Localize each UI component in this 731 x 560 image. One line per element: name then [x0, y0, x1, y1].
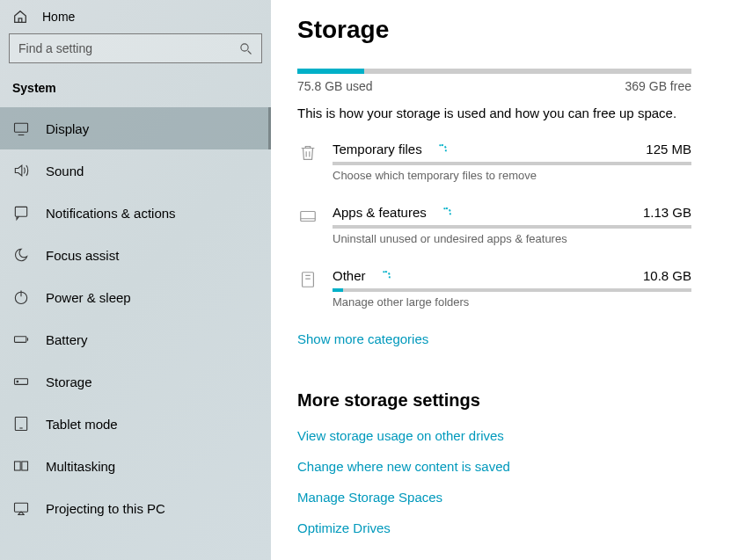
nav-label: Storage — [46, 375, 92, 389]
nav-item-display[interactable]: Display — [0, 107, 271, 149]
multitasking-icon — [12, 457, 30, 475]
category-size: 125 MB — [646, 142, 691, 156]
trash-icon — [297, 142, 318, 182]
page-title: Storage — [297, 16, 691, 44]
usage-description: This is how your storage is used and how… — [297, 105, 691, 120]
usage-bar — [297, 69, 691, 74]
nav-item-power[interactable]: Power & sleep — [0, 276, 271, 318]
nav-label: Notifications & actions — [46, 206, 176, 221]
svg-rect-1 — [15, 123, 28, 132]
nav-item-sound[interactable]: Sound — [0, 149, 271, 192]
notifications-icon — [12, 204, 30, 222]
svg-rect-2 — [15, 207, 26, 216]
other-icon — [297, 268, 318, 309]
svg-rect-10 — [15, 503, 28, 512]
category-size: 1.13 GB — [643, 205, 691, 220]
category-bar — [333, 288, 691, 292]
link-view-usage-other-drives[interactable]: View storage usage on other drives — [297, 428, 691, 443]
sound-icon — [12, 162, 30, 179]
nav-label: Power & sleep — [46, 290, 131, 305]
search-icon — [238, 41, 252, 55]
search-input[interactable] — [18, 41, 238, 55]
link-optimize-drives[interactable]: Optimize Drives — [297, 520, 691, 535]
content: Storage 75.8 GB used 369 GB free This is… — [271, 0, 731, 560]
category-temporary-files[interactable]: Temporary files 125 MB Choose which temp… — [297, 142, 691, 182]
battery-icon — [12, 331, 30, 348]
nav-item-focus-assist[interactable]: Focus assist — [0, 234, 271, 276]
sidebar: Home System Display Sound Notifications … — [0, 0, 271, 560]
show-more-categories-link[interactable]: Show more categories — [297, 331, 428, 346]
nav-item-projecting[interactable]: Projecting to this PC — [0, 487, 271, 529]
free-label: 369 GB free — [625, 79, 692, 93]
category-bar — [333, 162, 691, 165]
svg-rect-4 — [15, 337, 26, 343]
nav-label: Battery — [46, 332, 88, 347]
usage-bar-fill — [297, 69, 364, 74]
category-body: Temporary files 125 MB Choose which temp… — [333, 142, 691, 182]
category-sub: Manage other large folders — [333, 295, 691, 309]
link-change-content-saved[interactable]: Change where new content is saved — [297, 459, 691, 474]
display-icon — [12, 120, 30, 137]
category-header: Temporary files 125 MB — [333, 142, 691, 156]
svg-point-6 — [17, 381, 18, 382]
tablet-icon — [12, 415, 30, 433]
power-icon — [12, 288, 30, 306]
category-body: Apps & features 1.13 GB Uninstall unused… — [333, 205, 691, 245]
projecting-icon — [12, 499, 30, 517]
loading-spinner-icon — [380, 271, 391, 281]
search-box[interactable] — [9, 33, 262, 63]
nav-item-battery[interactable]: Battery — [0, 318, 271, 360]
used-label: 75.8 GB used — [297, 79, 373, 93]
nav-label: Sound — [46, 164, 84, 178]
nav-item-notifications[interactable]: Notifications & actions — [0, 192, 271, 234]
home-button[interactable]: Home — [0, 0, 271, 33]
nav-list: Display Sound Notifications & actions Fo… — [0, 107, 271, 529]
svg-rect-11 — [301, 212, 316, 222]
storage-icon — [12, 373, 30, 390]
search-wrap — [0, 33, 271, 76]
link-manage-storage-spaces[interactable]: Manage Storage Spaces — [297, 490, 691, 505]
category-sub: Uninstall unused or undesired apps & fea… — [333, 232, 691, 245]
nav-label: Focus assist — [46, 248, 119, 263]
nav-item-multitasking[interactable]: Multitasking — [0, 445, 271, 487]
svg-rect-8 — [15, 462, 21, 470]
usage-labels: 75.8 GB used 369 GB free — [297, 79, 691, 93]
category-bar — [333, 225, 691, 229]
category-header: Apps & features 1.13 GB — [333, 205, 691, 220]
category-sub: Choose which temporary files to remove — [333, 169, 691, 182]
category-size: 10.8 GB — [643, 268, 691, 283]
loading-spinner-icon — [436, 144, 447, 155]
nav-label: Multitasking — [46, 459, 115, 474]
more-storage-links: View storage usage on other drives Chang… — [297, 428, 691, 535]
focus-assist-icon — [12, 246, 30, 264]
nav-item-tablet[interactable]: Tablet mode — [0, 403, 271, 445]
loading-spinner-icon — [441, 207, 451, 218]
svg-rect-12 — [303, 273, 314, 287]
nav-item-storage[interactable]: Storage — [0, 360, 271, 403]
category-title: Apps & features — [333, 205, 427, 220]
more-storage-heading: More storage settings — [297, 390, 691, 411]
category-apps-features[interactable]: Apps & features 1.13 GB Uninstall unused… — [297, 205, 691, 245]
section-label: System — [0, 76, 271, 107]
home-icon — [12, 9, 28, 25]
category-title: Other — [333, 268, 366, 283]
svg-rect-9 — [22, 462, 28, 470]
apps-icon — [297, 205, 318, 245]
svg-point-0 — [240, 43, 247, 50]
nav-label: Projecting to this PC — [46, 501, 165, 516]
home-label: Home — [42, 10, 75, 24]
category-body: Other 10.8 GB Manage other large folders — [333, 268, 691, 309]
category-other[interactable]: Other 10.8 GB Manage other large folders — [297, 268, 691, 309]
nav-label: Tablet mode — [46, 417, 118, 432]
category-header: Other 10.8 GB — [333, 268, 691, 283]
category-title: Temporary files — [333, 142, 422, 156]
nav-label: Display — [46, 121, 89, 136]
